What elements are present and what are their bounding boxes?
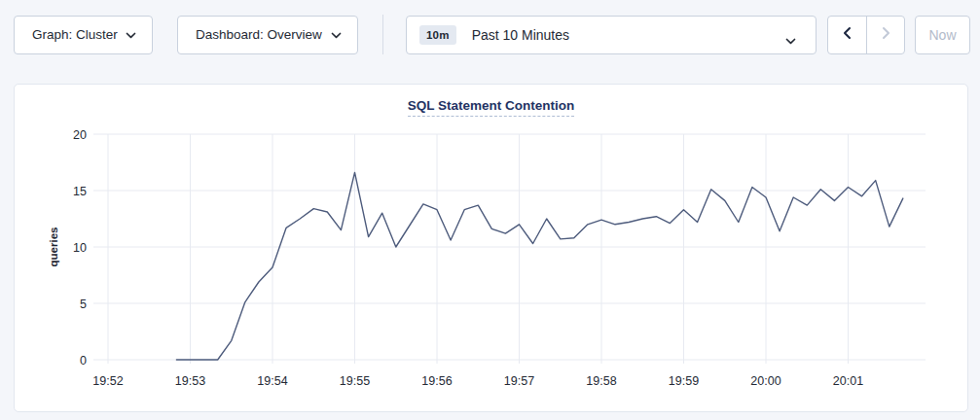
now-button[interactable]: Now — [915, 16, 970, 54]
y-tick-label: 5 — [80, 298, 87, 311]
y-tick-label: 15 — [73, 185, 87, 198]
chevron-right-icon — [879, 26, 892, 44]
chevron-down-icon — [785, 33, 796, 48]
plot-svg[interactable]: 0510152019:5219:5319:5419:5519:5619:5719… — [15, 85, 967, 411]
time-window-badge: 10m — [419, 25, 456, 45]
chart-card: 0510152019:5219:5319:5419:5519:5619:5719… — [14, 84, 968, 412]
x-tick-label: 20:01 — [833, 374, 863, 388]
graph-dropdown[interactable]: Graph: Cluster — [14, 16, 153, 54]
chevron-down-icon — [126, 27, 136, 42]
x-tick-label: 19:52 — [92, 374, 123, 388]
x-tick-label: 19:53 — [175, 374, 205, 388]
time-window-picker[interactable]: 10m Past 10 Minutes — [406, 16, 817, 54]
next-time-button[interactable] — [866, 17, 904, 53]
y-axis-label: queries — [48, 228, 59, 267]
prev-time-button[interactable] — [828, 17, 866, 53]
toolbar: Graph: Cluster Dashboard: Overview 10m P… — [0, 0, 980, 56]
chevron-left-icon — [841, 26, 854, 44]
now-button-label: Now — [928, 27, 956, 43]
chart-title[interactable]: SQL Statement Contention — [408, 98, 575, 117]
y-tick-label: 10 — [73, 241, 87, 255]
series-line — [176, 172, 902, 360]
dashboard-dropdown[interactable]: Dashboard: Overview — [177, 16, 358, 54]
time-step-button-group — [827, 16, 905, 54]
x-tick-label: 19:54 — [257, 374, 287, 388]
dashboard-dropdown-label: Dashboard: Overview — [196, 27, 322, 42]
x-tick-label: 19:57 — [504, 374, 534, 388]
y-tick-label: 0 — [80, 354, 87, 368]
toolbar-divider — [382, 15, 383, 54]
x-tick-label: 19:59 — [669, 374, 699, 388]
chart-title-row: SQL Statement Contention — [15, 85, 967, 117]
chevron-down-icon — [331, 27, 342, 42]
graph-dropdown-label: Graph: Cluster — [32, 27, 118, 42]
time-window-label: Past 10 Minutes — [472, 27, 569, 43]
y-tick-label: 20 — [73, 128, 87, 142]
x-tick-label: 19:55 — [340, 374, 370, 388]
x-tick-label: 19:58 — [586, 374, 616, 388]
x-tick-label: 20:00 — [750, 374, 780, 388]
x-tick-label: 19:56 — [421, 374, 452, 388]
